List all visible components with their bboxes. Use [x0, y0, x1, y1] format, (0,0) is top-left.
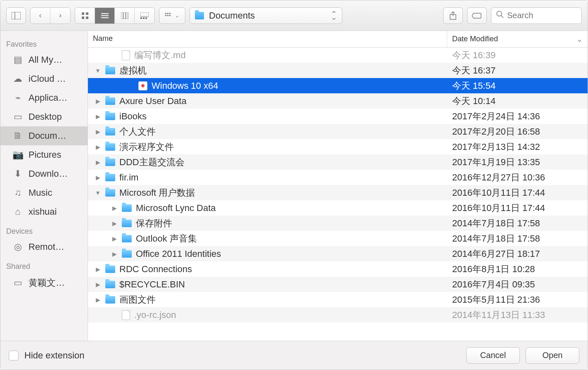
- disclosure-triangle[interactable]: ▶: [95, 128, 101, 135]
- apps-icon: ⌁: [12, 92, 24, 103]
- disclosure-triangle[interactable]: ▶: [95, 159, 101, 166]
- file-date: 2016年10月11日 17:44: [447, 187, 588, 199]
- sidebar-item-label: Pictures: [28, 149, 61, 160]
- file-date: 今天 10:14: [447, 95, 588, 107]
- sidebar-item[interactable]: ◎Remot…: [0, 237, 88, 256]
- table-row[interactable]: ▶保存附件2014年7月18日 17:58: [88, 216, 588, 231]
- table-row[interactable]: Windows 10 x64今天 15:54: [88, 78, 588, 93]
- share-icon: [449, 12, 457, 20]
- icon-view-button[interactable]: [75, 8, 95, 24]
- nav-segment: ‹ ›: [30, 7, 71, 24]
- computer-icon: ▭: [12, 278, 24, 288]
- disclosure-triangle[interactable]: ▶: [111, 235, 118, 242]
- forward-button[interactable]: ›: [50, 8, 70, 24]
- list-view-button[interactable]: [95, 8, 115, 24]
- sidebar-item[interactable]: ▭黄颖文…: [0, 273, 88, 293]
- disclosure-triangle[interactable]: ▶: [95, 98, 101, 104]
- table-row[interactable]: .yo-rc.json2014年11月13日 11:33: [88, 307, 588, 323]
- view-segment: [75, 7, 155, 24]
- hide-extension-checkbox[interactable]: [9, 351, 19, 361]
- sidebar-item-label: Downlo…: [28, 168, 68, 179]
- sidebar-item-label: xishuai: [28, 206, 57, 217]
- sidebar-item-label: Applica…: [28, 92, 67, 103]
- disclosure-triangle[interactable]: ▶: [95, 266, 101, 273]
- column-name[interactable]: Name: [88, 31, 447, 47]
- sidebar-item[interactable]: ⌁Applica…: [0, 88, 88, 107]
- back-button[interactable]: ‹: [31, 8, 50, 24]
- finder-window: ‹ › ⌄ Documents ⌃⌄: [0, 0, 588, 370]
- disclosure-triangle[interactable]: ▶: [95, 296, 101, 303]
- folder-icon: [122, 250, 132, 258]
- sidebar-toggle-button[interactable]: [6, 7, 26, 24]
- table-row[interactable]: ▶Axure User Data今天 10:14: [88, 93, 588, 109]
- sidebar-item[interactable]: 📷Pictures: [0, 145, 88, 164]
- sidebar-item[interactable]: ▤All My…: [0, 50, 88, 69]
- disclosure-triangle[interactable]: ▶: [95, 144, 101, 150]
- table-row[interactable]: ▼虚拟机今天 16:37: [88, 63, 588, 78]
- gallery-view-button[interactable]: [135, 8, 154, 24]
- table-row[interactable]: ▶DDD主题交流会2017年1月19日 13:35: [88, 154, 588, 170]
- file-name: Windows 10 x64: [152, 81, 218, 91]
- file-name: 编写博文.md: [134, 49, 186, 62]
- sidebar-item[interactable]: ⌂xishuai: [0, 202, 88, 221]
- sidebar-item[interactable]: 🗎Docum…: [0, 126, 88, 145]
- table-row[interactable]: ▶RDC Connections2016年8月1日 10:28: [88, 261, 588, 277]
- table-row[interactable]: ▶iBooks2017年2月24日 14:36: [88, 109, 588, 124]
- folder-icon: [105, 67, 115, 74]
- table-row[interactable]: ▶Microsoft Lync Data2016年10月11日 17:44: [88, 200, 588, 216]
- table-row[interactable]: ▶个人文件2017年2月20日 16:58: [88, 124, 588, 139]
- arrange-icon: [165, 13, 173, 19]
- disclosure-triangle[interactable]: ▼: [95, 190, 101, 196]
- column-date[interactable]: Date Modified ⌄: [447, 31, 588, 47]
- sidebar-item-label: 黄颖文…: [28, 277, 65, 289]
- file-date: 2016年12月27日 10:36: [447, 171, 588, 184]
- disclosure-triangle[interactable]: ▶: [111, 251, 118, 257]
- table-row[interactable]: ▶演示程序文件2017年2月13日 14:32: [88, 139, 588, 154]
- file-list[interactable]: 编写博文.md今天 16:39▼虚拟机今天 16:37Windows 10 x6…: [88, 47, 588, 341]
- svg-rect-16: [165, 13, 166, 14]
- disclosure-triangle[interactable]: ▶: [95, 281, 101, 288]
- table-row[interactable]: ▶$RECYCLE.BIN2016年7月4日 09:35: [88, 277, 588, 292]
- table-row[interactable]: ▶Office 2011 Identities2014年6月27日 18:17: [88, 246, 588, 261]
- folder-icon: [105, 97, 115, 105]
- disc-icon: ◎: [12, 242, 24, 252]
- file-date: 今天 16:39: [447, 49, 588, 62]
- table-row[interactable]: ▼Microsoft 用户数据2016年10月11日 17:44: [88, 185, 588, 200]
- folder-icon: [122, 204, 132, 212]
- sidebar-section-header: Devices: [0, 221, 88, 237]
- pictures-icon: 📷: [12, 149, 24, 160]
- disclosure-triangle[interactable]: ▶: [95, 113, 101, 120]
- table-row[interactable]: 编写博文.md今天 16:39: [88, 47, 588, 63]
- file-date: 2017年2月20日 16:58: [447, 126, 588, 138]
- sidebar-item[interactable]: ⬇Downlo…: [0, 164, 88, 183]
- sidebar-item-label: Docum…: [28, 130, 66, 141]
- sidebar-item-label: iCloud …: [28, 74, 66, 84]
- svg-point-24: [497, 11, 502, 16]
- file-date: 2014年11月13日 11:33: [447, 309, 588, 321]
- arrange-button[interactable]: ⌄: [159, 7, 185, 24]
- sidebar-item-label: Remot…: [28, 242, 64, 252]
- share-button[interactable]: [443, 7, 463, 24]
- sidebar-item[interactable]: ▭Desktop: [0, 107, 88, 126]
- folder-icon: [105, 159, 115, 166]
- all-files-icon: ▤: [12, 55, 24, 65]
- search-input[interactable]: [507, 11, 576, 20]
- list-icon: [101, 13, 109, 19]
- desktop-icon: ▭: [12, 111, 24, 122]
- sidebar-item[interactable]: ☁iCloud …: [0, 69, 88, 88]
- cancel-button[interactable]: Cancel: [466, 347, 520, 364]
- open-button[interactable]: Open: [526, 347, 579, 364]
- table-row[interactable]: ▶fir.im2016年12月27日 10:36: [88, 170, 588, 185]
- search-field[interactable]: [491, 7, 582, 24]
- sidebar-item[interactable]: ♫Music: [0, 183, 88, 202]
- path-dropdown[interactable]: Documents ⌃⌄: [190, 7, 342, 24]
- documents-icon: 🗎: [12, 130, 24, 141]
- table-row[interactable]: ▶Outlook 声音集2014年7月18日 17:58: [88, 231, 588, 246]
- disclosure-triangle[interactable]: ▼: [95, 67, 101, 74]
- column-view-button[interactable]: [115, 8, 135, 24]
- table-row[interactable]: ▶画图文件2015年5月11日 21:36: [88, 292, 588, 307]
- tags-button[interactable]: [467, 7, 487, 24]
- disclosure-triangle[interactable]: ▶: [111, 205, 118, 211]
- disclosure-triangle[interactable]: ▶: [111, 220, 118, 227]
- disclosure-triangle[interactable]: ▶: [95, 174, 101, 181]
